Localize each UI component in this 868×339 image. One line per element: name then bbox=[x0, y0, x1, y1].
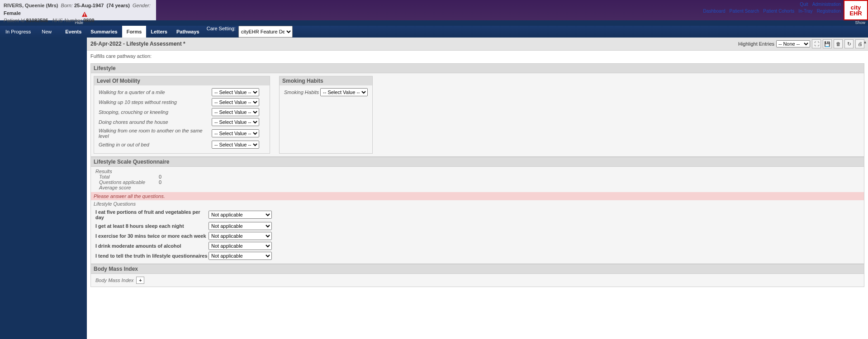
form-actions: Highlight Entries -- None -- ⛶ 💾 🗑 ↻ 🖨 bbox=[738, 39, 864, 48]
panel-mobility: Level Of Mobility Walking for a quarter … bbox=[94, 76, 270, 154]
gender-label: Gender: bbox=[133, 3, 151, 8]
smoking-heading: Smoking Habits bbox=[280, 76, 372, 85]
scroll-up-icon[interactable]: ▴ bbox=[864, 39, 866, 44]
highlight-select[interactable]: -- None -- bbox=[776, 40, 810, 47]
scale-q3: I exercise for 30 mins twice or more eac… bbox=[95, 233, 209, 239]
form-header: 26-Apr-2022 - Lifestyle Assessment * Hig… bbox=[87, 38, 868, 51]
mobility-q5: Walking from one room to another on the … bbox=[99, 128, 212, 139]
mobility-q4: Doing chores around the house bbox=[99, 119, 212, 125]
tab-new[interactable]: New bbox=[36, 26, 57, 38]
scale-q2: I get at least 8 hours sleep each night bbox=[95, 223, 209, 229]
avg-label: Average score bbox=[95, 185, 159, 190]
bmi-add-button[interactable]: + bbox=[136, 277, 144, 284]
scale-q4-select[interactable]: Not applicable bbox=[209, 242, 272, 250]
pathway-line: Fulfills care pathway action: bbox=[87, 51, 868, 61]
qa-value: 0 bbox=[159, 179, 161, 185]
age: (74 years) bbox=[106, 3, 129, 8]
total-label: Total bbox=[95, 174, 159, 179]
sidebar bbox=[0, 38, 87, 339]
alert-bar: Please answer all the questions. bbox=[91, 192, 864, 200]
patient-forename: Queenie bbox=[25, 3, 44, 8]
expand-icon[interactable]: ⛶ bbox=[812, 39, 821, 48]
show-toggle[interactable]: Show bbox=[87, 20, 868, 26]
svg-rect-0 bbox=[84, 13, 85, 15]
results-heading: Results bbox=[95, 169, 859, 174]
alert-icon[interactable] bbox=[81, 10, 88, 21]
total-value: 0 bbox=[159, 174, 161, 179]
print-icon[interactable]: 🖨 bbox=[855, 39, 864, 48]
smoking-label: Smoking Habits bbox=[284, 89, 320, 95]
tab-pathways[interactable]: Pathways bbox=[172, 26, 204, 38]
scale-q5-select[interactable]: Not applicable bbox=[209, 252, 272, 260]
patient-title: (Mrs) bbox=[46, 3, 58, 8]
patient-cohorts-link[interactable]: Patient Cohorts bbox=[763, 9, 794, 14]
qa-label: Questions applicable bbox=[95, 179, 159, 185]
gender: Female bbox=[4, 10, 21, 16]
mobility-q3: Stooping, crouching or kneeling bbox=[99, 109, 212, 115]
highlight-label: Highlight Entries bbox=[738, 41, 774, 47]
mobility-q2-select[interactable]: -- Select Value -- bbox=[212, 98, 259, 106]
mobility-heading: Level Of Mobility bbox=[94, 76, 270, 85]
scale-q5: I tend to tell the truth in lifestyle qu… bbox=[95, 253, 209, 259]
tab-summaries[interactable]: Summaries bbox=[86, 26, 122, 38]
tab-letters[interactable]: Letters bbox=[146, 26, 172, 38]
content: 26-Apr-2022 - Lifestyle Assessment * Hig… bbox=[87, 38, 868, 339]
mobility-q5-select[interactable]: -- Select Value -- bbox=[212, 129, 259, 137]
mobility-q6-select[interactable]: -- Select Value -- bbox=[212, 141, 259, 149]
patient-banner: RIVERS, Queenie (Mrs) Born: 25-Aug-1947 … bbox=[0, 0, 868, 20]
logo: city EHR bbox=[844, 0, 868, 20]
tab-in-progress[interactable]: In Progress bbox=[0, 26, 36, 38]
dashboard-link[interactable]: Dashboard bbox=[703, 9, 726, 14]
refresh-icon[interactable]: ↻ bbox=[844, 39, 854, 48]
pid: 81082506 bbox=[26, 18, 48, 23]
born-label: Born: bbox=[61, 3, 73, 8]
mobility-q6: Getting in or out of bed bbox=[99, 142, 212, 147]
care-setting-select[interactable]: cityEHR Feature Demo bbox=[238, 26, 293, 38]
scale-q1-select[interactable]: Not applicable bbox=[209, 211, 272, 219]
mobility-q4-select[interactable]: -- Select Value -- bbox=[212, 118, 259, 126]
scale-q3-select[interactable]: Not applicable bbox=[209, 232, 272, 240]
quit-link[interactable]: Quit bbox=[800, 2, 808, 7]
lifestyle-questions-heading: Lifestyle Questions bbox=[91, 200, 864, 207]
pid-label: Patient Id bbox=[4, 18, 24, 23]
panel-smoking: Smoking Habits Smoking Habits -- Select … bbox=[279, 76, 373, 154]
scale-q2-select[interactable]: Not applicable bbox=[209, 222, 272, 230]
mobility-q3-select[interactable]: -- Select Value -- bbox=[212, 108, 259, 116]
registration-link[interactable]: Registration bbox=[817, 9, 841, 14]
dob: 25-Aug-1947 bbox=[74, 3, 104, 8]
scale-q4: I drink moderate amounts of alcohol bbox=[95, 243, 209, 249]
patient-search-link[interactable]: Patient Search bbox=[730, 9, 759, 14]
svg-rect-1 bbox=[84, 16, 85, 16]
section-bmi: Body Mass Index bbox=[90, 264, 864, 274]
intray-link[interactable]: In-Tray bbox=[798, 9, 812, 14]
form-title: 26-Apr-2022 - Lifestyle Assessment * bbox=[90, 41, 185, 47]
patient-demographics: RIVERS, Queenie (Mrs) Born: 25-Aug-1947 … bbox=[0, 0, 156, 20]
delete-icon[interactable]: 🗑 bbox=[834, 39, 843, 48]
save-icon[interactable]: 💾 bbox=[823, 39, 832, 48]
tab-forms[interactable]: Forms bbox=[122, 26, 147, 38]
section-scale: Lifestyle Scale Questionnaire bbox=[90, 157, 864, 167]
nhs-label: NHS Number bbox=[52, 18, 82, 23]
main-nav: In Progress New Events Summaries Forms L… bbox=[0, 26, 868, 38]
banner-purple: Quit Administration Dashboard Patient Se… bbox=[156, 0, 844, 20]
mobility-q2: Walking up 10 steps without resting bbox=[99, 99, 212, 105]
admin-link[interactable]: Administration bbox=[812, 2, 841, 7]
tab-events[interactable]: Events bbox=[61, 26, 86, 38]
bmi-label: Body Mass Index bbox=[95, 278, 133, 283]
section-lifestyle: Lifestyle bbox=[90, 63, 864, 73]
patient-surname: RIVERS, bbox=[4, 3, 24, 8]
scale-q1: I eat five portions of fruit and vegetab… bbox=[95, 209, 209, 220]
smoking-select[interactable]: -- Select Value -- bbox=[320, 88, 368, 96]
top-links: Quit Administration Dashboard Patient Se… bbox=[701, 1, 841, 15]
care-setting-label: Care Setting: bbox=[204, 26, 238, 38]
mobility-q1: Walking for a quarter of a mile bbox=[99, 89, 212, 95]
mobility-q1-select[interactable]: -- Select Value -- bbox=[212, 88, 259, 96]
main-layout: 26-Apr-2022 - Lifestyle Assessment * Hig… bbox=[0, 38, 868, 339]
